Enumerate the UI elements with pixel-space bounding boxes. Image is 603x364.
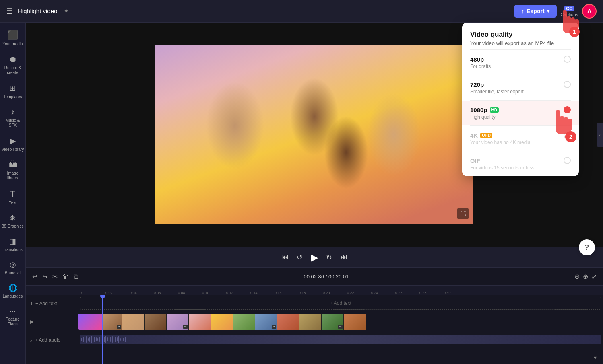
ruler-mark-0:30: 0:30: [444, 291, 451, 295]
video-strip[interactable]: ✂ ✂ ✂: [78, 314, 408, 330]
sidebar-item-label: Feature Flags: [2, 317, 24, 327]
sidebar-item-image-library[interactable]: 🏔 Image library: [0, 156, 26, 185]
undo-button[interactable]: ↩: [32, 273, 37, 280]
quality-desc-gif: For videos 15 seconds or less: [470, 165, 571, 171]
radio-1080p: [564, 106, 571, 113]
sidebar-item-languages[interactable]: 🌐 Languages: [0, 280, 26, 303]
text-track-icon: T: [30, 300, 33, 306]
export-label: Export: [527, 8, 544, 14]
sidebar-item-feature-flags[interactable]: ··· Feature Flags: [0, 303, 26, 331]
forward-5s-button[interactable]: ↻: [326, 253, 332, 262]
export-button[interactable]: ↑ Export ▾: [514, 5, 556, 18]
sidebar-item-label: Image library: [2, 171, 24, 181]
ruler-mark-0:24: 0:24: [371, 291, 378, 295]
brand-kit-icon: ◎: [10, 260, 16, 269]
sidebar-item-transitions[interactable]: ◨ Transitions: [0, 233, 26, 256]
quality-name-gif: GIF: [470, 157, 480, 164]
hamburger-icon[interactable]: ☰: [6, 7, 13, 16]
topbar: ☰ Highlight video ✦ ↑ Export ▾ CC Captio…: [0, 0, 603, 23]
zoom-in-button[interactable]: ⊕: [583, 273, 588, 280]
right-panel-toggle[interactable]: ›: [597, 123, 603, 147]
audio-waveform[interactable]: [80, 335, 601, 344]
quality-badge-uhd: UHD: [480, 133, 492, 138]
languages-icon: 🌐: [8, 284, 17, 292]
quality-desc-480p: For drafts: [470, 64, 571, 69]
video-thumb-11: [299, 314, 322, 330]
playback-controls: ⏮ ↺ ▶ ↻ ⏭: [26, 247, 603, 267]
ruler-mark-0:10: 0:10: [202, 291, 209, 295]
zoom-out-button[interactable]: ⊖: [574, 273, 580, 280]
text-track-label: T + Add text: [26, 295, 78, 312]
export-chevron-icon: ▾: [547, 8, 549, 14]
sidebar-item-label: Languages: [3, 294, 23, 299]
cut-button[interactable]: ✂: [52, 273, 58, 280]
rewind-5s-button[interactable]: ↺: [297, 253, 303, 262]
ruler-mark-0:04: 0:04: [130, 291, 137, 295]
topbar-left: ☰ Highlight video ✦: [6, 7, 514, 16]
play-button[interactable]: ▶: [311, 252, 318, 263]
record-create-icon: ⏺: [9, 55, 17, 64]
ruler-mark-0:08: 0:08: [178, 291, 185, 295]
sidebar-item-video-library[interactable]: ▶ Video library: [0, 132, 26, 156]
video-frame: ⛶: [155, 45, 473, 224]
transitions-icon: ◨: [9, 237, 16, 246]
cut-badge-2: ✂: [183, 325, 188, 329]
video-track-content[interactable]: ✂ ✂ ✂: [78, 312, 603, 331]
sidebar-item-label: Music & SFX: [2, 118, 24, 128]
ruler-mark-0:12: 0:12: [226, 291, 233, 295]
video-thumb-9: ✂: [255, 314, 277, 330]
ruler-mark-0:28: 0:28: [419, 291, 427, 295]
avatar[interactable]: A: [582, 4, 597, 19]
ruler-mark-0:18: 0:18: [299, 291, 306, 295]
sidebar-item-label: Text: [9, 201, 16, 206]
text-icon: T: [10, 189, 15, 199]
video-thumb-8: [233, 314, 255, 330]
audio-track-name: + Add audio: [35, 337, 61, 343]
video-thumb-10: [277, 314, 299, 330]
sidebar-item-templates[interactable]: ⊞ Templates: [0, 79, 26, 103]
fullscreen-button[interactable]: ⛶: [457, 208, 469, 219]
video-thumb-2: ✂: [102, 314, 122, 330]
sidebar: ⬛ Your media ⏺ Record &create ⊞ Template…: [0, 23, 26, 364]
tracks-container: T + Add text + Add text ▶: [26, 295, 603, 364]
audio-track-label: ♪ + Add audio: [26, 331, 78, 349]
redo-button[interactable]: ↪: [42, 273, 47, 280]
video-content: [155, 45, 473, 224]
quality-name-720p: 720p: [470, 81, 484, 88]
video-track-label: ▶: [26, 312, 78, 331]
audio-bars: [80, 335, 127, 344]
skip-start-button[interactable]: ⏮: [281, 253, 289, 261]
sidebar-item-brand-kit[interactable]: ◎ Brand kit: [0, 256, 26, 280]
quality-option-480p-top: 480p: [470, 56, 571, 63]
ruler-mark-0:22: 0:22: [347, 291, 354, 295]
add-text-button[interactable]: + Add text: [80, 297, 601, 310]
delete-button[interactable]: 🗑: [62, 273, 69, 280]
sidebar-item-graphics[interactable]: ❋ 38 Graphics: [0, 210, 26, 233]
quality-option-4k-top: 4K UHD: [470, 132, 571, 139]
sidebar-item-your-media[interactable]: ⬛ Your media: [0, 26, 26, 51]
add-text-label: + Add text: [330, 300, 351, 306]
time-display: 00:02.86 / 00:20.01: [83, 274, 570, 280]
timeline-collapse-button[interactable]: ▾: [594, 354, 597, 361]
sidebar-item-label: Record &create: [4, 66, 21, 75]
cut-badge-4: ✂: [338, 325, 343, 329]
sidebar-item-music-sfx[interactable]: ♪ Music & SFX: [0, 103, 26, 132]
ruler-mark-0:16: 0:16: [275, 291, 282, 295]
fit-to-screen-button[interactable]: ⤢: [591, 273, 597, 280]
sidebar-item-text[interactable]: T Text: [0, 185, 26, 210]
timeline-section: ↩ ↪ ✂ 🗑 ⧉ 00:02.86 / 00:20.01 ⊖ ⊕ ⤢: [26, 267, 603, 364]
duplicate-button[interactable]: ⧉: [74, 273, 78, 280]
captions-button[interactable]: CC Captions: [561, 6, 578, 17]
sidebar-item-label: Brand kit: [5, 271, 21, 276]
quality-option-480p[interactable]: 480p For drafts: [462, 50, 579, 75]
sidebar-item-record-create[interactable]: ⏺ Record &create: [0, 51, 26, 79]
quality-option-1080p[interactable]: 1080p HD High quality: [462, 101, 579, 125]
ruler-mark-0: 0: [81, 291, 83, 295]
sidebar-item-label: Templates: [4, 95, 22, 99]
quality-option-gif-top: GIF: [470, 157, 571, 164]
skip-end-button[interactable]: ⏭: [340, 253, 347, 261]
quality-option-720p[interactable]: 720p Smaller file, faster export: [462, 75, 579, 100]
feature-flags-icon: ···: [10, 307, 16, 315]
quality-title: Video quality: [470, 31, 571, 39]
help-button[interactable]: ?: [579, 239, 595, 255]
